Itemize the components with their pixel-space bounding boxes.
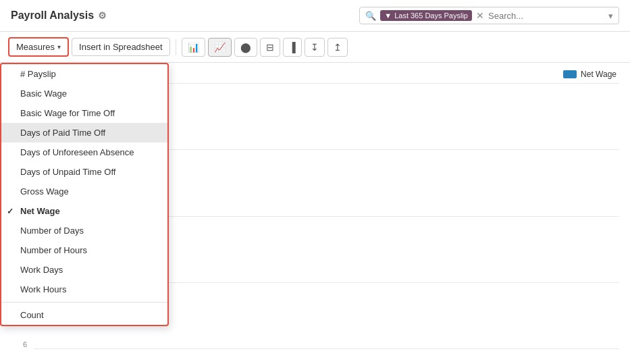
y-axis-label: 6 — [23, 340, 27, 348]
insert-spreadsheet-button[interactable]: Insert in Spreadsheet — [72, 38, 170, 56]
dropdown-item-payslip[interactable]: # Payslip — [1, 64, 167, 84]
sort-desc-icon: ↧ — [311, 42, 319, 53]
dropdown-item-net-wage[interactable]: Net Wage — [1, 201, 167, 221]
dropdown-item-work-hours[interactable]: Work Hours — [1, 280, 167, 299]
filter-close-icon[interactable]: ✕ — [476, 10, 484, 21]
pie-chart-icon: ⬤ — [240, 42, 251, 53]
insert-spreadsheet-label: Insert in Spreadsheet — [79, 42, 163, 52]
dropdown-item-days-unforeseen-absence[interactable]: Days of Unforeseen Absence — [1, 142, 167, 162]
stacked-chart-button[interactable]: ⊟ — [260, 38, 280, 57]
sort-asc-icon: ↥ — [334, 42, 342, 53]
grid-line — [34, 348, 619, 349]
dropdown-item-days-paid-time-off[interactable]: Days of Paid Time Off — [1, 123, 167, 142]
search-dropdown-arrow-icon[interactable]: ▾ — [608, 11, 613, 21]
dropdown-item-number-of-days[interactable]: Number of Days — [1, 221, 167, 240]
toolbar: Measures ▾ Insert in Spreadsheet 📊 📈 ⬤ ⊟… — [0, 32, 630, 63]
dropdown-item-basic-wage[interactable]: Basic Wage — [1, 84, 167, 103]
header: Payroll Analysis ⚙ 🔍 ▼ Last 365 Days Pay… — [0, 0, 630, 32]
toolbar-separator — [176, 39, 176, 55]
legend-color-swatch — [563, 70, 577, 78]
measures-dropdown-arrow-icon: ▾ — [57, 43, 61, 51]
filter-badge[interactable]: ▼ Last 365 Days Payslip — [380, 10, 472, 21]
search-icon: 🔍 — [365, 11, 376, 21]
dropdown-item-work-days[interactable]: Work Days — [1, 260, 167, 280]
legend-label: Net Wage — [581, 70, 616, 79]
page-title: Payroll Analysis ⚙ — [11, 9, 107, 22]
dropdown-item-days-unpaid-time-off[interactable]: Days of Unpaid Time Off — [1, 162, 167, 182]
measures-dropdown: # PayslipBasic WageBasic Wage for Time O… — [0, 63, 169, 326]
stacked-icon: ⊟ — [266, 42, 274, 53]
sort-asc-button[interactable]: ↥ — [327, 38, 348, 57]
dropdown-item-number-of-hours[interactable]: Number of Hours — [1, 240, 167, 260]
page-title-text: Payroll Analysis — [11, 9, 94, 22]
bar-alt-chart-button[interactable]: ▐ — [283, 38, 302, 57]
dropdown-item-count[interactable]: Count — [1, 305, 167, 325]
main-content: # PayslipBasic WageBasic Wage for Time O… — [0, 63, 630, 362]
search-bar: 🔍 ▼ Last 365 Days Payslip ✕ ▾ — [359, 7, 619, 24]
chart-legend: Net Wage — [563, 70, 616, 79]
line-chart-button[interactable]: 📈 — [208, 38, 232, 57]
filter-label: Last 365 Days Payslip — [394, 11, 468, 20]
sort-desc-button[interactable]: ↧ — [305, 38, 325, 57]
search-input[interactable] — [488, 11, 602, 21]
measures-label: Measures — [16, 42, 55, 52]
line-chart-icon: 📈 — [214, 42, 226, 53]
bar-chart-icon: 📊 — [188, 42, 199, 53]
bar-alt-icon: ▐ — [289, 42, 296, 53]
gear-icon[interactable]: ⚙ — [98, 10, 107, 21]
dropdown-item-basic-wage-time-off[interactable]: Basic Wage for Time Off — [1, 103, 167, 123]
filter-icon: ▼ — [384, 11, 392, 20]
measures-button[interactable]: Measures ▾ — [8, 37, 69, 57]
dropdown-divider — [1, 302, 167, 303]
dropdown-item-gross-wage[interactable]: Gross Wage — [1, 182, 167, 201]
bar-chart-button[interactable]: 📊 — [182, 38, 205, 57]
pie-chart-button[interactable]: ⬤ — [234, 38, 257, 57]
